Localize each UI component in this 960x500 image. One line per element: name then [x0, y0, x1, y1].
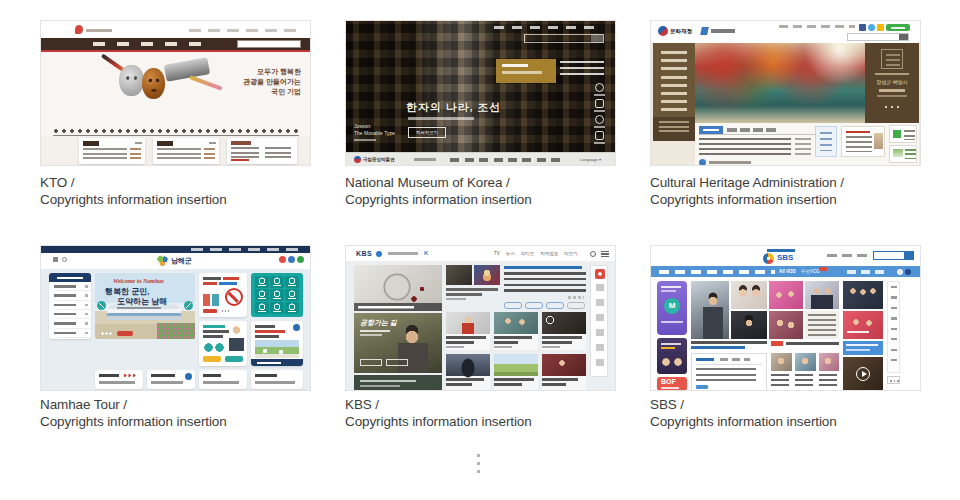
kto-news-box-2	[153, 138, 219, 164]
namhae-slogan-sub-placeholder	[117, 307, 161, 309]
sbs-banner2-line2	[661, 347, 675, 349]
sbs-banner1-line3	[661, 321, 683, 323]
cha-green-button	[886, 24, 910, 31]
cha-content-area	[695, 123, 919, 166]
kbs-drama-sub2	[360, 334, 382, 336]
kto-box1-list-placeholder	[83, 148, 127, 162]
cha-brand-mark	[700, 27, 709, 35]
cha-twitter-icon	[868, 24, 875, 31]
sbs-nav-items-placeholder	[659, 270, 775, 274]
cha-card1-green-icon	[893, 130, 901, 138]
cha-notice-red-link	[846, 131, 870, 133]
kbs-logo-text: KBS	[356, 250, 372, 257]
sbs-top-links-placeholder	[827, 254, 869, 257]
sbs-photo-tall	[691, 281, 729, 339]
nmk-gold-banner-line2	[502, 71, 542, 74]
kto-box2-badge	[157, 141, 173, 146]
caption-title: KBS /	[345, 396, 625, 413]
kbs-gc1-time	[446, 346, 464, 348]
cha-notice-widget	[841, 126, 885, 157]
cha-bottom-text-placeholder	[709, 161, 751, 164]
kbs-right-rail	[590, 265, 608, 377]
kbs-thumb-caption-1	[446, 288, 498, 291]
portfolio-thumbnail-cha[interactable]: 문화재청 장성군·백양사	[650, 20, 921, 166]
namhae-quickmenu-tile-3	[285, 276, 299, 288]
kbs-chalkboard-image	[354, 375, 442, 391]
namhae-bc1-line	[99, 381, 135, 384]
namhae-speech-bubble-icons	[204, 343, 224, 352]
namhae-quickmenu-tile-2	[270, 276, 284, 288]
sbs-nav-circle-icon-2	[905, 269, 911, 275]
kbs-logo-globe-icon	[376, 251, 382, 257]
sbs-banner-dark	[657, 338, 687, 374]
portfolio-thumbnail-sbs[interactable]: SBS All VOD 무료VOD M BOF	[650, 245, 921, 391]
kto-box3-title-placeholder	[231, 141, 251, 145]
cha-main-photo-autumn-lake	[695, 43, 865, 123]
kbs-hamburger-icon	[601, 251, 609, 257]
nmk-top-links-placeholder	[494, 26, 602, 29]
cha-panel-title: 장성군·백양사	[865, 79, 919, 85]
nmk-footer-cert-placeholder	[414, 158, 436, 161]
kbs-drama-card: 공항가는 길	[354, 313, 442, 373]
namhae-quickmenu-grid	[251, 273, 303, 317]
kto-box2-more	[209, 142, 216, 144]
portfolio-thumbnail-kto[interactable]: 모두가 행복한 관광을 만들어가는 국민 기업	[40, 20, 311, 166]
kbs-menu-more: 더보기	[564, 251, 578, 256]
nmk-gold-banner	[496, 59, 556, 83]
portfolio-thumbnail-kbs[interactable]: KBS K TV 뉴스 라디오 지역방송 더보기 공항가는 길	[345, 245, 616, 391]
sbs-tab-divider	[696, 364, 762, 365]
namhae-tour-plus-icon	[293, 324, 300, 331]
kbs-gc3-caption	[542, 336, 582, 339]
namhae-mayor-line1	[203, 325, 225, 328]
kto-box3-links-col2	[265, 147, 291, 161]
namhae-bottom-card-1	[95, 370, 143, 389]
kto-orange-mask-illustration	[142, 68, 165, 99]
kbs-gc2-caption	[494, 336, 532, 339]
cha-sidebar-items-placeholder	[661, 51, 687, 115]
cha-logo-text: 문화재청	[670, 28, 692, 35]
namhae-bc2-title	[151, 374, 175, 377]
sbs-photo-couple	[769, 311, 803, 339]
kbs-gc3-time	[542, 346, 560, 348]
cha-news-list-placeholder	[699, 138, 791, 157]
kbs-k-mark: K	[424, 250, 428, 256]
namhae-top-links-placeholder	[191, 248, 301, 251]
caption-subtitle: Copyrights information insertion	[345, 191, 625, 208]
namhae-social-green-icon	[297, 256, 304, 263]
namhae-quickmenu-tile-9	[285, 302, 299, 314]
sbs-rail-pager	[887, 376, 900, 384]
portfolio-thumbnail-nmk[interactable]: 한자의 나라, 조선 자세히보기 Joseon: The Movable Typ…	[345, 20, 616, 166]
sbs-banner1-line2	[661, 290, 676, 292]
sbs-nav-right-links	[847, 270, 889, 274]
nmk-search-input	[524, 34, 604, 43]
sbs-blue-caption-card	[843, 341, 883, 355]
sbs-list-badge	[696, 385, 708, 389]
cha-top-links-placeholder	[779, 25, 855, 28]
sbs-small-caption-2	[795, 374, 813, 388]
kbs-gc1-caption	[446, 336, 486, 339]
kbs-thumb-timestamp	[446, 298, 466, 300]
namhae-mayor-teal-button	[225, 356, 243, 362]
kbs-menu-regional: 지역방송	[540, 251, 558, 256]
kbs-thumb-caption-2	[446, 293, 482, 296]
namhae-sidebar-menu	[49, 273, 91, 339]
kto-news-box-1	[79, 138, 145, 164]
kto-nav-items-placeholder	[93, 42, 211, 46]
namhae-bottom-card-3	[199, 370, 247, 389]
nmk-rail-icon-2	[595, 99, 604, 108]
caption-subtitle: Copyrights information insertion	[650, 191, 930, 208]
namhae-logo-icon	[157, 255, 168, 266]
kbs-menu-news: 뉴스	[506, 251, 515, 256]
kbs-lead-story-image	[354, 265, 442, 311]
portfolio-thumbnail-namhae[interactable]: 남해군 Welcome to Namhae 행복한 군민, 도약하는 남해	[40, 245, 311, 391]
namhae-bc1-dots	[123, 374, 136, 377]
kbs-gc4-caption2	[446, 383, 472, 386]
nmk-series-caption: Joseon: The Movable Type	[354, 123, 410, 137]
sbs-photo-kpop	[843, 311, 883, 339]
nmk-rail-icon-3	[595, 115, 604, 124]
namhae-tour-line3	[255, 335, 279, 338]
kbs-tag-chip-1	[504, 302, 522, 309]
sbs-tab-active	[696, 358, 714, 361]
kbs-search-icon	[590, 251, 596, 257]
sbs-text-block	[805, 311, 839, 339]
